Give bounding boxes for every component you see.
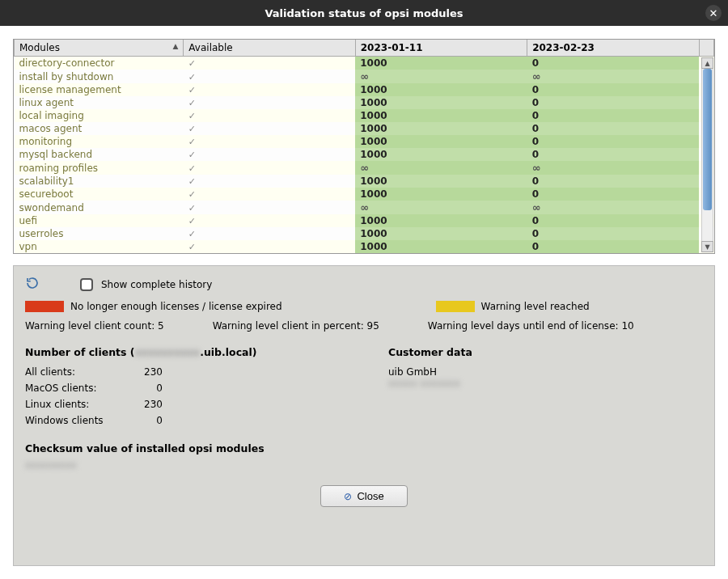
table-row[interactable]: roaming profiles✓∞∞ bbox=[15, 161, 714, 175]
warn-count-value: 5 bbox=[158, 320, 164, 332]
legend-red-label: No longer enough licenses / license expi… bbox=[70, 301, 282, 312]
date1-cell: ∞ bbox=[355, 201, 527, 214]
check-icon: ✓ bbox=[188, 98, 196, 108]
show-history-checkbox[interactable] bbox=[80, 278, 93, 291]
module-name-cell: secureboot bbox=[15, 188, 184, 201]
date2-cell: 0 bbox=[527, 83, 699, 96]
table-row[interactable]: macos agent✓10000 bbox=[15, 122, 714, 135]
table-row[interactable]: userroles✓10000 bbox=[15, 227, 714, 240]
col-date2[interactable]: 2023-02-23 bbox=[527, 40, 699, 57]
available-cell: ✓ bbox=[184, 240, 355, 253]
date1-cell: 1000 bbox=[355, 122, 527, 135]
table-row[interactable]: mysql backend✓10000 bbox=[15, 148, 714, 161]
table-row[interactable]: license management✓10000 bbox=[15, 83, 714, 96]
col-modules[interactable]: Modules ▲ bbox=[15, 40, 184, 57]
module-name-cell: linux agent bbox=[15, 96, 184, 109]
date1-cell: 1000 bbox=[355, 214, 527, 227]
available-cell: ✓ bbox=[184, 148, 355, 161]
check-icon: ✓ bbox=[188, 137, 196, 147]
date1-cell: 1000 bbox=[355, 148, 527, 161]
available-cell: ✓ bbox=[184, 227, 355, 240]
legend-red: No longer enough licenses / license expi… bbox=[25, 301, 282, 312]
macos-clients-value: 0 bbox=[122, 382, 163, 394]
check-icon: ✓ bbox=[188, 124, 196, 134]
date2-cell: 0 bbox=[527, 148, 699, 161]
available-cell: ✓ bbox=[184, 122, 355, 135]
date1-cell: ∞ bbox=[355, 70, 527, 83]
date1-cell: 1000 bbox=[355, 57, 527, 70]
date2-cell: 0 bbox=[527, 240, 699, 253]
available-cell: ✓ bbox=[184, 161, 355, 175]
windows-clients-value: 0 bbox=[122, 415, 163, 426]
window-close-button[interactable]: ✕ bbox=[705, 5, 722, 21]
clients-heading-suffix: .uib.local) bbox=[200, 346, 256, 358]
date1-cell: 1000 bbox=[355, 227, 527, 240]
module-name-cell: macos agent bbox=[15, 122, 184, 135]
check-icon: ✓ bbox=[188, 189, 196, 200]
clients-heading: Number of clients (xxxxxxxxxx.uib.local) bbox=[25, 346, 340, 358]
check-icon: ✓ bbox=[188, 85, 196, 95]
date2-cell: 0 bbox=[527, 109, 699, 122]
clients-heading-host: xxxxxxxxxx bbox=[135, 346, 201, 358]
available-cell: ✓ bbox=[184, 70, 355, 83]
module-name-cell: install by shutdown bbox=[15, 70, 184, 83]
date2-cell: 0 bbox=[527, 188, 699, 201]
warn-percent-value: 95 bbox=[367, 320, 379, 332]
available-cell: ✓ bbox=[184, 175, 355, 188]
check-icon: ✓ bbox=[188, 242, 196, 252]
table-row[interactable]: monitoring✓10000 bbox=[15, 135, 714, 148]
available-cell: ✓ bbox=[184, 109, 355, 122]
col-date1[interactable]: 2023-01-11 bbox=[355, 40, 527, 57]
table-row[interactable]: swondemand✓∞∞ bbox=[15, 201, 714, 214]
date1-cell: 1000 bbox=[355, 96, 527, 109]
customer-name: uib GmbH bbox=[388, 366, 703, 378]
modules-table: Modules ▲ Available 2023-01-11 2023-02-2… bbox=[14, 40, 714, 253]
table-row[interactable]: install by shutdown✓∞∞ bbox=[15, 70, 714, 83]
checksum-value: xxxxxxxxx bbox=[25, 459, 77, 471]
close-button-label: Close bbox=[357, 490, 383, 502]
close-button[interactable]: ⊘ Close bbox=[320, 485, 407, 507]
date2-cell: 0 bbox=[527, 214, 699, 227]
available-cell: ✓ bbox=[184, 83, 355, 96]
date2-cell: 0 bbox=[527, 135, 699, 148]
infinity-icon: ∞ bbox=[360, 162, 369, 174]
available-cell: ✓ bbox=[184, 188, 355, 201]
date1-cell: 1000 bbox=[355, 83, 527, 96]
date2-cell: 0 bbox=[527, 175, 699, 188]
module-name-cell: local imaging bbox=[15, 109, 184, 122]
col-available[interactable]: Available bbox=[184, 40, 355, 57]
date2-cell: 0 bbox=[527, 96, 699, 109]
titlebar: Validation status of opsi modules ✕ bbox=[0, 0, 728, 26]
scroll-thumb[interactable] bbox=[703, 69, 712, 210]
clients-section: Number of clients (xxxxxxxxxx.uib.local)… bbox=[25, 346, 340, 426]
table-row[interactable]: local imaging✓10000 bbox=[15, 109, 714, 122]
legend-row: No longer enough licenses / license expi… bbox=[25, 301, 703, 312]
available-cell: ✓ bbox=[184, 214, 355, 227]
module-name-cell: monitoring bbox=[15, 135, 184, 148]
table-row[interactable]: scalability1✓10000 bbox=[15, 175, 714, 188]
check-icon: ✓ bbox=[188, 216, 196, 226]
scroll-down-icon[interactable]: ▼ bbox=[701, 241, 713, 252]
table-row[interactable]: linux agent✓10000 bbox=[15, 96, 714, 109]
linux-clients-value: 230 bbox=[122, 399, 163, 410]
table-row[interactable]: secureboot✓10000 bbox=[15, 188, 714, 201]
table-row[interactable]: uefi✓10000 bbox=[15, 214, 714, 227]
refresh-button[interactable] bbox=[25, 276, 40, 293]
table-header-row: Modules ▲ Available 2023-01-11 2023-02-2… bbox=[15, 40, 714, 57]
all-clients-value: 230 bbox=[122, 366, 163, 378]
scroll-track[interactable] bbox=[701, 69, 713, 241]
module-name-cell: roaming profiles bbox=[15, 161, 184, 175]
swatch-red-icon bbox=[25, 301, 64, 312]
date2-cell: ∞ bbox=[527, 201, 699, 214]
table-row[interactable]: directory-connector✓10000 bbox=[15, 57, 714, 70]
module-name-cell: license management bbox=[15, 83, 184, 96]
available-cell: ✓ bbox=[184, 57, 355, 70]
scroll-up-icon[interactable]: ▲ bbox=[701, 57, 713, 69]
cancel-icon: ⊘ bbox=[344, 491, 352, 502]
module-name-cell: directory-connector bbox=[15, 57, 184, 70]
available-cell: ✓ bbox=[184, 135, 355, 148]
table-row[interactable]: vpn✓10000 bbox=[15, 240, 714, 253]
table-scrollbar[interactable]: ▲ ▼ bbox=[701, 57, 713, 252]
col-scrollbar-spacer bbox=[699, 40, 713, 57]
clients-heading-prefix: Number of clients ( bbox=[25, 346, 135, 358]
